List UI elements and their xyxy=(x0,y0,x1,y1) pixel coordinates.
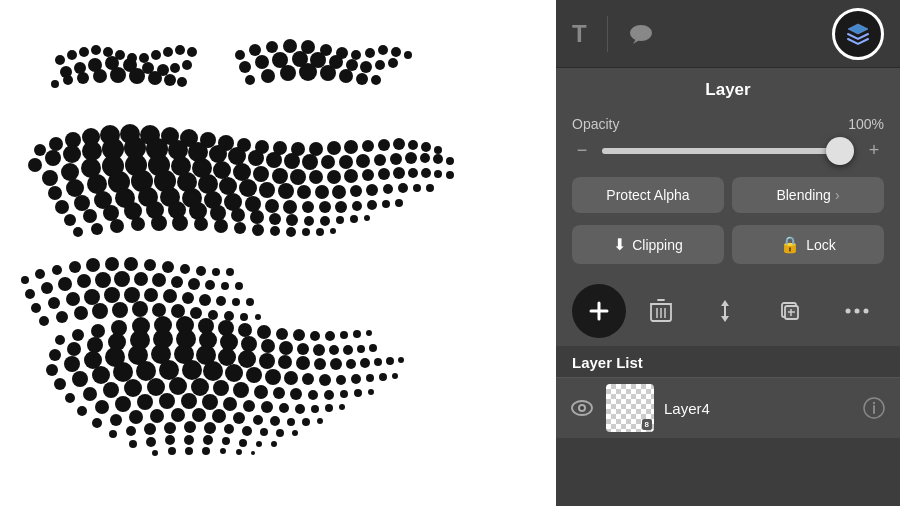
add-layer-button[interactable] xyxy=(572,284,626,338)
layer-item[interactable]: 8 Layer4 xyxy=(556,377,900,438)
svg-point-57 xyxy=(339,69,353,83)
svg-point-163 xyxy=(283,200,297,214)
svg-point-80 xyxy=(393,138,405,150)
svg-point-148 xyxy=(383,184,393,194)
svg-point-373 xyxy=(205,280,215,290)
svg-point-352 xyxy=(52,265,62,275)
layer-visibility-toggle[interactable] xyxy=(568,400,596,416)
svg-point-195 xyxy=(214,219,228,233)
svg-point-288 xyxy=(273,387,285,399)
svg-point-378 xyxy=(66,292,80,306)
layer-info-button[interactable] xyxy=(860,397,888,419)
svg-point-41 xyxy=(404,51,412,59)
svg-point-300 xyxy=(181,393,197,409)
svg-point-233 xyxy=(297,343,309,355)
svg-point-305 xyxy=(279,403,289,413)
svg-point-93 xyxy=(209,145,227,163)
svg-point-170 xyxy=(395,199,403,207)
svg-point-280 xyxy=(103,382,119,398)
svg-point-185 xyxy=(336,216,344,224)
svg-point-142 xyxy=(278,183,294,199)
lock-button[interactable]: 🔒 Lock xyxy=(732,225,884,264)
protect-alpha-button[interactable]: Protect Alpha xyxy=(572,177,724,213)
svg-point-54 xyxy=(280,65,296,81)
opacity-slider-thumb[interactable] xyxy=(826,137,854,165)
svg-point-20 xyxy=(182,60,192,70)
svg-point-121 xyxy=(309,170,323,184)
layer-thumbnail: 8 xyxy=(606,384,654,432)
svg-point-386 xyxy=(216,296,226,306)
svg-point-350 xyxy=(21,276,29,284)
svg-point-8 xyxy=(151,50,161,60)
opacity-slider-track[interactable] xyxy=(602,148,854,154)
svg-point-360 xyxy=(196,266,206,276)
delete-layer-button[interactable] xyxy=(650,299,672,323)
svg-point-289 xyxy=(290,388,302,400)
protect-alpha-label: Protect Alpha xyxy=(606,187,689,203)
svg-point-399 xyxy=(224,311,234,321)
svg-point-152 xyxy=(55,200,69,214)
svg-point-273 xyxy=(336,375,346,385)
svg-point-103 xyxy=(390,153,402,165)
svg-point-258 xyxy=(398,357,404,363)
svg-point-381 xyxy=(124,287,140,303)
svg-point-171 xyxy=(64,214,76,226)
svg-point-149 xyxy=(398,183,408,193)
svg-point-264 xyxy=(159,360,179,380)
clipping-button[interactable]: ⬇ Clipping xyxy=(572,225,724,264)
svg-point-161 xyxy=(245,196,261,212)
svg-point-183 xyxy=(304,216,314,226)
speech-bubble-icon[interactable] xyxy=(628,23,654,45)
svg-point-349 xyxy=(251,451,255,455)
svg-point-102 xyxy=(374,154,386,166)
svg-point-167 xyxy=(352,201,362,211)
svg-point-370 xyxy=(152,273,166,287)
more-options-button[interactable] xyxy=(845,308,869,314)
svg-point-320 xyxy=(287,418,295,426)
svg-point-382 xyxy=(144,288,158,302)
svg-point-204 xyxy=(72,329,84,341)
svg-point-400 xyxy=(240,313,248,321)
move-layer-button[interactable] xyxy=(715,299,735,323)
svg-point-366 xyxy=(77,274,91,288)
blending-button[interactable]: Blending › xyxy=(732,177,884,213)
svg-point-201 xyxy=(316,228,324,236)
svg-point-19 xyxy=(170,63,180,73)
svg-point-332 xyxy=(276,429,284,437)
svg-point-363 xyxy=(25,289,35,299)
svg-point-290 xyxy=(308,390,318,400)
svg-point-23 xyxy=(77,72,89,84)
svg-point-368 xyxy=(114,271,130,287)
svg-point-197 xyxy=(252,224,264,236)
svg-point-109 xyxy=(61,163,79,181)
layer-list-header: Layer List xyxy=(556,346,900,377)
svg-point-128 xyxy=(421,168,431,178)
blending-chevron-icon: › xyxy=(835,187,840,203)
svg-point-326 xyxy=(164,422,176,434)
svg-point-323 xyxy=(109,430,117,438)
svg-point-94 xyxy=(228,147,246,165)
svg-point-177 xyxy=(189,202,207,220)
opacity-decrease-button[interactable]: − xyxy=(572,140,592,161)
lock-icon: 🔒 xyxy=(780,235,800,254)
svg-point-390 xyxy=(56,311,68,323)
svg-point-339 xyxy=(222,437,230,445)
svg-point-251 xyxy=(296,356,310,370)
duplicate-layer-button[interactable] xyxy=(778,299,802,323)
svg-point-147 xyxy=(366,184,378,196)
svg-point-126 xyxy=(393,167,405,179)
layers-panel-button[interactable] xyxy=(832,8,884,60)
svg-point-75 xyxy=(309,142,323,156)
svg-point-353 xyxy=(69,261,81,273)
text-tool-icon[interactable]: T xyxy=(572,20,587,48)
svg-point-232 xyxy=(279,341,293,355)
svg-point-52 xyxy=(245,75,255,85)
svg-marker-403 xyxy=(633,39,641,44)
svg-point-327 xyxy=(184,421,196,433)
opacity-increase-button[interactable]: + xyxy=(864,140,884,161)
svg-point-182 xyxy=(286,214,298,226)
svg-point-421 xyxy=(863,309,868,314)
svg-point-32 xyxy=(266,41,278,53)
svg-point-215 xyxy=(293,329,305,341)
svg-point-371 xyxy=(171,276,183,288)
